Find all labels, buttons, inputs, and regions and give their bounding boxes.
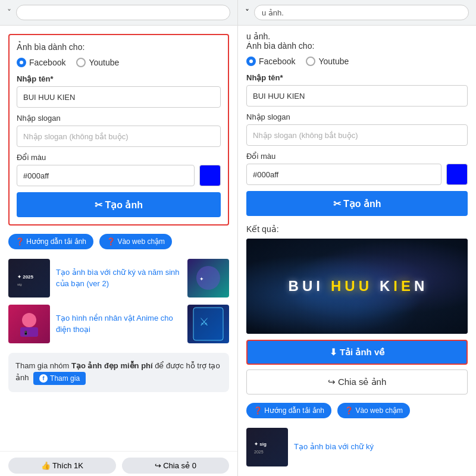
- left-slogan-input[interactable]: [17, 126, 221, 147]
- left-community-box: Tham gia nhóm Tạo ảnh đẹp miễn phí để đư…: [8, 353, 229, 392]
- right-top-text: u ảnh.: [238, 26, 476, 41]
- left-chevron-icon[interactable]: ˅: [7, 8, 11, 17]
- left-slow-web-button[interactable]: ❓ Vào web chậm: [99, 234, 172, 249]
- result-letter-U2: U: [345, 278, 356, 295]
- svg-text:✦ sig: ✦ sig: [254, 441, 267, 447]
- left-section-title: Ảnh bìa dành cho:: [17, 42, 221, 52]
- result-letter-E: E: [401, 278, 412, 295]
- result-letter-B: B: [289, 278, 300, 295]
- right-article-thumb: ✦ sig 2025: [246, 428, 288, 466]
- result-letter-U: U: [302, 278, 314, 295]
- left-community-text-1: Tham gia nhóm: [15, 361, 71, 370]
- left-article-list: ✦ 2025 sig Tạo ảnh bìa với chữ ký và năm…: [8, 259, 229, 343]
- right-article-item: ✦ sig 2025 Tạo ảnh bìa với chữ ký: [246, 428, 468, 471]
- left-browser-bar: ˅: [0, 0, 237, 26]
- svg-text:⚔: ⚔: [199, 316, 209, 328]
- right-radio-facebook-icon: [246, 57, 256, 66]
- left-like-button[interactable]: 👍 Thích 1K: [8, 458, 116, 474]
- svg-text:sig: sig: [17, 283, 22, 286]
- svg-text:✦ 2025: ✦ 2025: [17, 274, 34, 280]
- right-radio-group: Facebook Youtube: [246, 57, 468, 66]
- left-article-2-text[interactable]: Tạo hình nền nhân vật Anime cho điện tho…: [56, 313, 181, 334]
- right-color-group: Đổi màu: [246, 152, 468, 185]
- left-article-1-thumb2: ✦: [187, 259, 229, 298]
- right-panel: ˅ u ảnh. u ảnh. Ảnh bìa dành cho: Facebo…: [238, 0, 476, 476]
- right-share-button[interactable]: ↪ Chia sẻ ảnh: [246, 369, 468, 394]
- right-color-swatch[interactable]: [446, 164, 468, 185]
- left-color-row: [17, 165, 221, 186]
- left-form-box: Ảnh bìa dành cho: Facebook Youtube Nhập …: [8, 34, 229, 226]
- result-letter-I: I: [316, 278, 321, 295]
- left-panel: ˅ Ảnh bìa dành cho: Facebook Youtube: [0, 0, 238, 476]
- right-article-text[interactable]: Tạo ảnh bìa với chữ ký: [294, 441, 374, 452]
- left-share-button[interactable]: ↪ Chia sẻ 0: [122, 458, 230, 474]
- right-slogan-input[interactable]: [246, 124, 468, 146]
- right-radio-youtube[interactable]: Youtube: [306, 57, 349, 66]
- left-article-2-thumb: 📱: [8, 305, 50, 343]
- right-radio-facebook-label: Facebook: [259, 57, 295, 66]
- left-like-share-bar: 👍 Thích 1K ↪ Chia sẻ 0: [0, 451, 237, 476]
- right-color-row: [246, 164, 468, 185]
- svg-text:2025: 2025: [254, 450, 264, 454]
- svg-text:📱: 📱: [23, 330, 29, 336]
- left-url-bar[interactable]: [16, 5, 230, 20]
- tham-gia-label: Tham gia: [50, 374, 80, 383]
- right-result-image: B U I H U U K I E N: [246, 239, 468, 334]
- left-name-group: Nhập tên*: [17, 74, 221, 108]
- right-guide-button[interactable]: ❓ Hướng dẫn tải ảnh: [246, 403, 331, 418]
- left-radio-facebook-icon: [17, 58, 26, 67]
- left-article-1-text[interactable]: Tạo ảnh bìa với chữ ký và năm sinh của b…: [56, 267, 181, 289]
- left-color-input[interactable]: [17, 165, 195, 186]
- svg-point-4: [22, 313, 36, 327]
- left-radio-facebook-label: Facebook: [29, 58, 65, 67]
- right-name-group: Nhập tên*: [246, 73, 468, 107]
- left-btn-row: ❓ Hướng dẫn tải ảnh ❓ Vào web chậm: [8, 234, 229, 249]
- left-radio-facebook[interactable]: Facebook: [17, 58, 65, 67]
- left-slogan-group: Nhập slogan: [17, 114, 221, 147]
- left-slogan-label: Nhập slogan: [17, 114, 221, 123]
- left-create-button[interactable]: ✂ Tạo ảnh: [17, 192, 221, 217]
- right-name-input[interactable]: [246, 85, 468, 107]
- result-letter-N: N: [414, 278, 425, 295]
- result-letter-H: H: [331, 278, 342, 295]
- right-radio-youtube-label: Youtube: [318, 57, 349, 66]
- right-url-display: u ảnh.: [254, 5, 469, 20]
- left-guide-button[interactable]: ❓ Hướng dẫn tải ảnh: [8, 234, 93, 249]
- left-color-swatch[interactable]: [199, 165, 221, 186]
- left-content: Ảnh bìa dành cho: Facebook Youtube Nhập …: [0, 26, 237, 451]
- right-radio-youtube-icon: [306, 57, 315, 66]
- right-content: Ảnh bìa dành cho: Facebook Youtube Nhập …: [238, 41, 476, 476]
- left-color-label: Đổi màu: [17, 153, 221, 162]
- left-radio-youtube[interactable]: Youtube: [76, 58, 119, 67]
- left-article-2: 📱 Tạo hình nền nhân vật Anime cho điện t…: [8, 305, 229, 343]
- result-letter-U3: U: [359, 278, 370, 295]
- right-bottom-btn-row: ❓ Hướng dẫn tải ảnh ❓ Vào web chậm: [246, 403, 468, 418]
- right-color-label: Đổi màu: [246, 152, 468, 161]
- right-name-label: Nhập tên*: [246, 73, 468, 82]
- right-radio-facebook[interactable]: Facebook: [246, 57, 295, 66]
- left-radio-youtube-icon: [76, 58, 86, 67]
- left-color-group: Đổi màu: [17, 153, 221, 186]
- left-article-2-thumb2: ⚔: [187, 305, 229, 343]
- right-slow-web-button[interactable]: ❓ Vào web chậm: [337, 403, 410, 418]
- result-letter-K: K: [380, 278, 391, 295]
- left-radio-group: Facebook Youtube: [17, 58, 221, 67]
- right-color-input[interactable]: [246, 164, 441, 185]
- right-chevron-icon[interactable]: ˅: [245, 8, 249, 17]
- left-article-1: ✦ 2025 sig Tạo ảnh bìa với chữ ký và năm…: [8, 259, 229, 298]
- left-radio-youtube-label: Youtube: [89, 58, 119, 67]
- result-letter-I2: I: [393, 278, 399, 295]
- left-article-1-thumb: ✦ 2025 sig: [8, 259, 50, 298]
- left-tham-gia-button[interactable]: f Tham gia: [33, 372, 86, 385]
- right-download-button[interactable]: ⬇ Tải ảnh về: [246, 340, 468, 365]
- right-section-title: Ảnh bìa dành cho:: [246, 41, 468, 51]
- right-slogan-group: Nhập slogan: [246, 112, 468, 146]
- svg-text:✦: ✦: [199, 276, 204, 282]
- left-name-input[interactable]: [17, 86, 221, 108]
- right-result-label: Kết quả:: [246, 224, 468, 234]
- right-create-button[interactable]: ✂ Tạo ảnh: [246, 191, 468, 216]
- facebook-f-icon: f: [39, 374, 48, 383]
- left-community-highlight: Tạo ảnh đẹp miễn phí: [71, 361, 153, 370]
- right-browser-bar: ˅ u ảnh.: [238, 0, 476, 26]
- left-name-label: Nhập tên*: [17, 74, 221, 83]
